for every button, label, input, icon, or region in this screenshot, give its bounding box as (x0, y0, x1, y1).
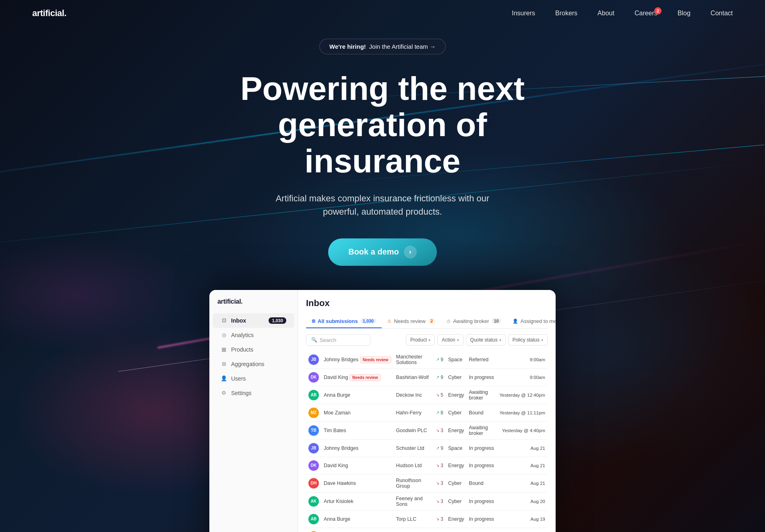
time-cell: 9:00am (497, 351, 548, 369)
status-cell: Bound (467, 474, 497, 492)
sidebar: artificial. ⊡ Inbox 1,030 ◎ Analytics ▦ … (209, 290, 298, 532)
status-cell: In progress (467, 457, 497, 474)
action-filter-label: Action (442, 337, 455, 343)
sidebar-products-label: Products (231, 346, 253, 353)
table-row[interactable]: TB Tim Bates Goodwin PLC ↘ 3 Energy Awai… (306, 421, 548, 439)
score-cell: ↗ 9 (434, 351, 446, 369)
score-cell: ↗ 8 (434, 404, 446, 421)
table-row[interactable]: JB Johnny Bridges Schuster Ltd ↗ 9 Space… (306, 439, 548, 457)
sidebar-item-analytics[interactable]: ◎ Analytics (213, 328, 294, 342)
avatar-cell: AB (306, 386, 321, 404)
name-cell: Artur Kisiolek (321, 492, 394, 510)
quote-status-chevron: ▾ (499, 338, 501, 342)
all-submissions-icon: ⊞ (312, 319, 315, 324)
score-arrow: ↗ (436, 446, 439, 450)
main-content: Inbox ⊞ All submissions 1,030 ⚠ Needs re… (298, 290, 556, 532)
table-row[interactable]: AK Artur Kisiolek Feeney and Sons ↘ 3 Cy… (306, 492, 548, 510)
table-row[interactable]: MZ Moe Zaman Hahn-Ferry ↗ 8 Cyber Bound … (306, 404, 548, 421)
time-cell: Aug 21 (497, 439, 548, 457)
inbox-badge: 1,030 (269, 317, 286, 324)
contact-name: Dave Hawkins (324, 480, 356, 486)
inbox-title: Inbox (306, 298, 548, 308)
table-row[interactable]: DH Dave Hawkins Runolfsson Group ↘ 3 Cyb… (306, 474, 548, 492)
policy-status-label: Policy status (513, 337, 540, 343)
needs-review-badge: 2 (428, 318, 435, 324)
contact-name: Tim Bates (324, 428, 346, 433)
table-row[interactable]: MZ Moe Zaman Bechtelar Ltd ↘ 3 Cyber Bou… (306, 528, 548, 532)
app-window: artificial. ⊡ Inbox 1,030 ◎ Analytics ▦ … (209, 290, 556, 532)
nav-links: Insurers Brokers About Careers 2 Blog Co… (512, 10, 733, 17)
search-box[interactable]: 🔍 Search (306, 334, 370, 346)
avatar-cell: MZ (306, 528, 321, 532)
book-demo-button[interactable]: Book a demo › (328, 238, 437, 266)
company-cell: Hahn-Ferry (394, 404, 434, 421)
nav-blog[interactable]: Blog (678, 10, 691, 17)
table-row[interactable]: AB Anna Burge Deckow Inc ↘ 5 Energy Awai… (306, 386, 548, 404)
search-placeholder: Search (320, 337, 336, 343)
hero-subtitle: Artificial makes complex insurance frict… (262, 192, 503, 218)
cta-label: Book a demo (348, 247, 399, 257)
score-arrow: ↘ (436, 499, 439, 503)
time-cell: Aug 21 (497, 474, 548, 492)
company-cell: Goodwin PLC (394, 421, 434, 439)
company-cell: Deckow Inc (394, 386, 434, 404)
product-cell: Cyber (446, 368, 467, 386)
score-value: 9 (440, 357, 443, 362)
score-cell: ↘ 3 (434, 528, 446, 532)
nav-insurers[interactable]: Insurers (512, 10, 535, 17)
nav-brokers[interactable]: Brokers (555, 10, 577, 17)
product-cell: Space (446, 439, 467, 457)
tab-needs-review[interactable]: ⚠ Needs review 2 (382, 315, 441, 328)
table-row[interactable]: DK David King Hudson Ltd ↘ 3 Energy In p… (306, 457, 548, 474)
time-cell: Aug 19 (497, 528, 548, 532)
needs-review-badge: Needs review (349, 374, 381, 381)
product-filter[interactable]: Product ▾ (406, 334, 435, 346)
sidebar-item-users[interactable]: 👤 Users (213, 371, 294, 386)
hiring-badge[interactable]: We're hiring! Join the Artificial team → (319, 39, 446, 54)
score-value: 3 (440, 428, 443, 433)
tab-awaiting-broker[interactable]: ◷ Awaiting broker 10 (441, 315, 507, 328)
sidebar-item-inbox[interactable]: ⊡ Inbox 1,030 (213, 313, 294, 328)
nav-contact[interactable]: Contact (711, 10, 733, 17)
time-cell: Aug 21 (497, 457, 548, 474)
score-value: 3 (440, 463, 443, 468)
tab-assigned-to-me[interactable]: 👤 Assigned to me 0 (507, 315, 556, 328)
avatar: DH (308, 478, 319, 489)
avatar-cell: DK (306, 368, 321, 386)
table-row[interactable]: DK David King Needs review Bashirian-Wol… (306, 368, 548, 386)
table-row[interactable]: AB Anna Burge Torp LLC ↘ 3 Energy In pro… (306, 510, 548, 528)
needs-review-label: Needs review (394, 318, 426, 324)
status-cell: Bound (467, 404, 497, 421)
sidebar-users-label: Users (231, 375, 246, 382)
sidebar-item-aggregations[interactable]: ⊞ Aggregations (213, 357, 294, 371)
time-cell: Aug 19 (497, 510, 548, 528)
status-cell: In progress (467, 368, 497, 386)
avatar: AK (308, 496, 319, 507)
settings-icon: ⚙ (221, 390, 227, 396)
product-cell: Cyber (446, 492, 467, 510)
avatar-cell: AK (306, 492, 321, 510)
action-filter[interactable]: Action ▾ (437, 334, 463, 346)
sidebar-item-settings[interactable]: ⚙ Settings (213, 386, 294, 400)
product-filter-label: Product (410, 337, 427, 343)
nav-about[interactable]: About (598, 10, 614, 17)
company-cell: Manchester Solutions (394, 351, 434, 369)
hero-title-line1: Powering the next (240, 70, 525, 107)
score-arrow: ↘ (436, 463, 439, 468)
quote-status-filter[interactable]: Quote status ▾ (466, 334, 506, 346)
assigned-to-me-label: Assigned to me (521, 318, 556, 324)
name-cell: David King Needs review (321, 368, 394, 386)
score-cell: ↘ 3 (434, 474, 446, 492)
aggregations-icon: ⊞ (221, 361, 227, 367)
sidebar-logo: artificial. (209, 298, 298, 313)
hero-title-line2: generation of insurance (278, 106, 487, 179)
policy-status-filter[interactable]: Policy status ▾ (508, 334, 548, 346)
status-cell: Awaiting broker (467, 386, 497, 404)
sidebar-settings-label: Settings (231, 390, 252, 396)
contact-name: Johnny Bridges (324, 357, 358, 362)
sidebar-item-products[interactable]: ▦ Products (213, 342, 294, 357)
avatar: TB (308, 425, 319, 436)
avatar-cell: DK (306, 457, 321, 474)
tab-all-submissions[interactable]: ⊞ All submissions 1,030 (306, 315, 382, 328)
table-row[interactable]: JB Johnny Bridges Needs review Mancheste… (306, 351, 548, 369)
